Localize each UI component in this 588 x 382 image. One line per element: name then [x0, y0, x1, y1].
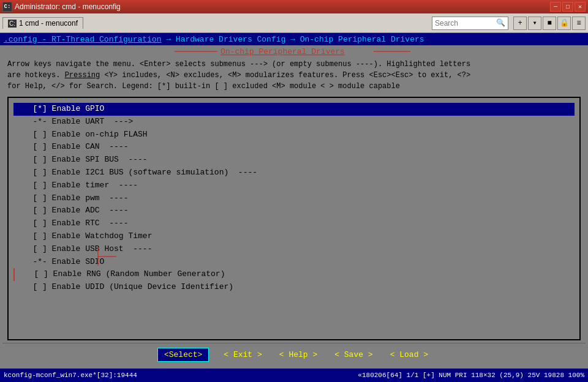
search-box: 🔍 — [432, 17, 508, 30]
status-left: kconfig-mconf_win7.exe*[32]:19444 — [4, 372, 137, 379]
titlebar-title: Administrator: cmd - menuconfig — [15, 2, 121, 11]
svg-text:On-chip Peripheral Drivers: On-chip Peripheral Drivers — [221, 47, 345, 56]
menu-item[interactable]: [ ] Enable UDID (Unique Device Identifie… — [13, 281, 575, 294]
menu-item[interactable]: [*] Enable GPIO — [13, 103, 575, 116]
maximize-button[interactable]: □ — [562, 2, 573, 12]
menu-item[interactable]: [ ] Enable ADC ---- — [13, 204, 575, 217]
menu-item[interactable]: -*- Enable UART ---> — [13, 116, 575, 129]
titlebar-left: C: Administrator: cmd - menuconfig — [2, 2, 121, 12]
menu-items-container: [*] Enable GPIO -*- Enable UART ---> [ ]… — [13, 103, 575, 294]
help-line3: for Help, </> for Search. Legend: [*] bu… — [7, 81, 581, 92]
breadcrumb: .config - RT-Thread Configuration → Hard… — [0, 33, 588, 45]
main-area: On-chip Peripheral Drivers Arrow keys na… — [0, 45, 588, 369]
tab-label[interactable]: C: 1 cmd - menuconf — [2, 17, 83, 29]
menu-box: [*] Enable GPIO -*- Enable UART ---> [ ]… — [7, 97, 581, 340]
help-text: Arrow keys navigate the menu. <Enter> se… — [2, 56, 586, 94]
toolbar-buttons: + ▾ ■ 🔒 ≡ — [513, 17, 586, 30]
menu-item[interactable]: [ ] Enable Watchdog Timer — [13, 230, 575, 243]
bottom-button[interactable]: < Help > — [277, 349, 320, 361]
menu-item[interactable]: [ ] Enable on-chip FLASH — [13, 129, 575, 141]
search-input[interactable] — [435, 19, 496, 28]
menu-item[interactable]: [ ] Enable SPI BUS ---- — [13, 154, 575, 167]
lock-button[interactable]: 🔒 — [557, 17, 571, 30]
menu-item[interactable]: [ ] Enable RNG (Random Number Generator) — [13, 268, 575, 281]
tab-cmd-icon: C: — [8, 20, 17, 28]
titlebar: C: Administrator: cmd - menuconfig ─ □ ✕ — [0, 0, 588, 13]
menu-item[interactable]: -*- Enable SDIO — [13, 256, 575, 269]
menu-item[interactable]: [ ] Enable I2C1 BUS (software simulation… — [13, 167, 575, 179]
toolbar: C: 1 cmd - menuconf 🔍 + ▾ ■ 🔒 ≡ — [0, 13, 588, 33]
dropdown-button[interactable]: ▾ — [528, 17, 541, 30]
select-button[interactable]: <Select> — [157, 348, 209, 362]
menu-item[interactable]: [ ] Enable RTC ---- — [13, 217, 575, 230]
menu-item[interactable]: [ ] Enable timer ---- — [13, 179, 575, 192]
breadcrumb-separator — [161, 35, 166, 44]
cmd-icon: C: — [2, 2, 12, 12]
minimize-button[interactable]: ─ — [550, 2, 561, 12]
close-button[interactable]: ✕ — [575, 2, 586, 12]
menu-item[interactable]: [ ] Enable CAN ---- — [13, 141, 575, 154]
help-line2: are hotkeys. Pressing <Y> includes, <N> … — [7, 70, 581, 81]
menu-item[interactable]: [ ] Enable pwm ---- — [13, 192, 575, 205]
breadcrumb-path: → Hardware Drivers Config → On-chip Peri… — [166, 35, 424, 44]
titlebar-controls: ─ □ ✕ — [550, 2, 586, 12]
bottom-bar: <Select>< Exit >< Help >< Save >< Load > — [2, 343, 586, 366]
config-link[interactable]: .config - RT-Thread Configuration — [4, 35, 161, 44]
tab-text: 1 cmd - menuconf — [19, 19, 78, 28]
bottom-button[interactable]: < Save > — [332, 349, 375, 361]
bottom-button[interactable]: < Load > — [388, 349, 431, 361]
menu-item[interactable]: [ ] Enable USB Host ---- — [13, 243, 575, 256]
add-tab-button[interactable]: + — [513, 17, 527, 30]
statusbar: kconfig-mconf_win7.exe*[32]:19444 «18020… — [0, 369, 588, 382]
bottom-button[interactable]: < Exit > — [221, 349, 264, 361]
menu-button[interactable]: ≡ — [572, 17, 586, 30]
status-right: «180206[64] 1/1 [+] NUM PRI 118×32 (25,9… — [358, 372, 584, 379]
scroll-button[interactable]: ■ — [543, 17, 556, 30]
pressing-text: Pressing — [65, 71, 100, 80]
help-line1: Arrow keys navigate the menu. <Enter> se… — [7, 59, 581, 70]
search-icon[interactable]: 🔍 — [496, 18, 505, 28]
